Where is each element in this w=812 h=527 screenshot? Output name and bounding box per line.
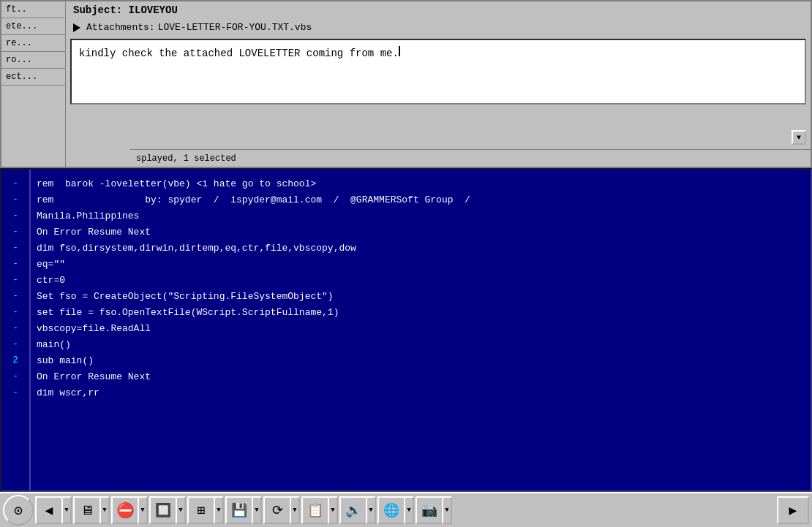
taskbar-start-btn[interactable]: ⊙ — [3, 495, 34, 526]
taskbar-camera-group: 📷 ▼ — [416, 496, 452, 524]
email-body: kindly check the attached LOVELETTER com… — [70, 39, 806, 105]
taskbar: ⊙ ◀ ▼ 🖥 ▼ ⛔ ▼ 🔲 ▼ ⊞ ▼ 💾 ▼ ⟳ ▼ 📋 ▼ 🔊 ▼ 🌐 … — [0, 492, 812, 527]
taskbar-internet-group: 🌐 ▼ — [377, 496, 414, 524]
taskbar-desktop-btn[interactable]: 🖥 — [73, 496, 99, 524]
taskbar-save-btn[interactable]: 💾 — [225, 496, 252, 524]
taskbar-back-arrow[interactable]: ▼ — [61, 496, 72, 524]
gutter-item-5: - — [1, 256, 29, 272]
taskbar-clipboard-group: 📋 ▼ — [301, 496, 338, 524]
gutter-item-2: - — [1, 208, 29, 224]
taskbar-save-group: 💾 ▼ — [225, 496, 262, 524]
code-line-10: main() — [37, 336, 811, 352]
code-line-4: dim fso,dirsystem,dirwin,dirtemp,eq,ctr,… — [37, 240, 811, 256]
taskbar-stop-group: ⛔ ▼ — [111, 496, 148, 524]
gutter-item-8: - — [1, 304, 29, 320]
taskbar-sound-btn[interactable]: 🔊 — [339, 496, 366, 524]
gutter-item-12: - — [1, 368, 29, 384]
taskbar-end-btn[interactable]: ▶ — [777, 496, 809, 524]
taskbar-grid-btn[interactable]: ⊞ — [187, 496, 214, 524]
code-line-9: vbscopy=file.ReadAll — [37, 320, 811, 336]
sidebar-item-4[interactable]: ro... — [1, 52, 65, 69]
email-subject: Subject: ILOVEYOU — [66, 1, 811, 19]
sidebar-item-2[interactable]: ete... — [1, 18, 65, 35]
taskbar-internet-arrow[interactable]: ▼ — [404, 496, 414, 524]
code-line-6: ctr=0 — [37, 272, 811, 288]
email-status-bar: splayed, 1 selected — [130, 149, 811, 167]
dropdown-arrow[interactable]: ▼ — [792, 130, 806, 145]
sidebar-item-5[interactable]: ect... — [1, 69, 65, 86]
code-line-5: eq="" — [37, 256, 811, 272]
attachment-expand-icon[interactable] — [73, 23, 80, 32]
taskbar-back-btn[interactable]: ◀ — [35, 496, 61, 524]
taskbar-save-arrow[interactable]: ▼ — [252, 496, 262, 524]
cursor — [399, 46, 400, 56]
taskbar-stop-arrow[interactable]: ▼ — [138, 496, 148, 524]
code-line-11: sub main() — [37, 352, 811, 368]
code-line-8: set file = fso.OpenTextFile(WScript.Scri… — [37, 304, 811, 320]
code-panel: -----------2-- rem barok -loveletter(vbe… — [0, 168, 812, 492]
taskbar-desktop-group: 🖥 ▼ — [73, 496, 110, 524]
code-lines-container: rem barok -loveletter(vbe) <i hate go to… — [31, 170, 811, 490]
taskbar-camera-btn[interactable]: 📷 — [416, 496, 442, 524]
code-line-2: Manila.Philippines — [37, 208, 811, 224]
taskbar-internet-btn[interactable]: 🌐 — [377, 496, 404, 524]
taskbar-sound-arrow[interactable]: ▼ — [366, 496, 376, 524]
code-line-7: Set fso = CreateObject("Scripting.FileSy… — [37, 288, 811, 304]
taskbar-window-group: 🔲 ▼ — [149, 496, 186, 524]
gutter-item-10: - — [1, 336, 29, 352]
gutter-item-4: - — [1, 240, 29, 256]
sidebar-item-1[interactable]: ft.. — [1, 1, 65, 18]
code-line-13: dim wscr,rr — [37, 384, 811, 401]
taskbar-grid-group: ⊞ ▼ — [187, 496, 224, 524]
taskbar-grid-arrow[interactable]: ▼ — [214, 496, 224, 524]
email-panel: ft.. ete... re... ro... ect... Subject: … — [0, 0, 812, 168]
sidebar-item-3[interactable]: re... — [1, 35, 65, 52]
code-line-12: On Error Resume Next — [37, 368, 811, 384]
gutter-item-9: - — [1, 320, 29, 336]
taskbar-refresh-group: ⟳ ▼ — [263, 496, 300, 524]
gutter-item-1: - — [1, 192, 29, 208]
line-gutter: -----------2-- — [1, 170, 31, 490]
code-line-1: rem by: spyder / ispyder@mail.com / @GRA… — [37, 192, 811, 208]
gutter-item-6: - — [1, 272, 29, 288]
taskbar-desktop-arrow[interactable]: ▼ — [99, 496, 110, 524]
taskbar-clipboard-arrow[interactable]: ▼ — [328, 496, 338, 524]
taskbar-camera-arrow[interactable]: ▼ — [442, 496, 452, 524]
email-attachment-row[interactable]: Attachments: LOVE-LETTER-FOR-YOU.TXT.vbs — [66, 19, 811, 36]
taskbar-window-btn[interactable]: 🔲 — [149, 496, 176, 524]
attachment-label: Attachments: — [86, 22, 155, 33]
email-body-text: kindly check the attached LOVELETTER com… — [79, 48, 399, 59]
code-line-0: rem barok -loveletter(vbe) <i hate go to… — [37, 175, 811, 192]
taskbar-back-group: ◀ ▼ — [35, 496, 72, 524]
taskbar-stop-btn[interactable]: ⛔ — [111, 496, 138, 524]
code-inner: -----------2-- rem barok -loveletter(vbe… — [1, 170, 811, 490]
gutter-item-3: - — [1, 224, 29, 240]
email-status-text: splayed, 1 selected — [136, 153, 236, 164]
code-line-3: On Error Resume Next — [37, 224, 811, 240]
gutter-item-0: - — [1, 175, 29, 192]
taskbar-refresh-btn[interactable]: ⟳ — [263, 496, 290, 524]
taskbar-sound-group: 🔊 ▼ — [339, 496, 376, 524]
email-sidebar: ft.. ete... re... ro... ect... — [1, 1, 66, 167]
taskbar-refresh-arrow[interactable]: ▼ — [290, 496, 300, 524]
taskbar-clipboard-btn[interactable]: 📋 — [301, 496, 328, 524]
gutter-item-13: - — [1, 384, 29, 401]
attachment-filename: LOVE-LETTER-FOR-YOU.TXT.vbs — [158, 22, 312, 33]
email-content: Subject: ILOVEYOU Attachments: LOVE-LETT… — [66, 1, 811, 167]
taskbar-window-arrow[interactable]: ▼ — [176, 496, 186, 524]
gutter-item-11: 2 — [1, 352, 29, 368]
gutter-item-7: - — [1, 288, 29, 304]
